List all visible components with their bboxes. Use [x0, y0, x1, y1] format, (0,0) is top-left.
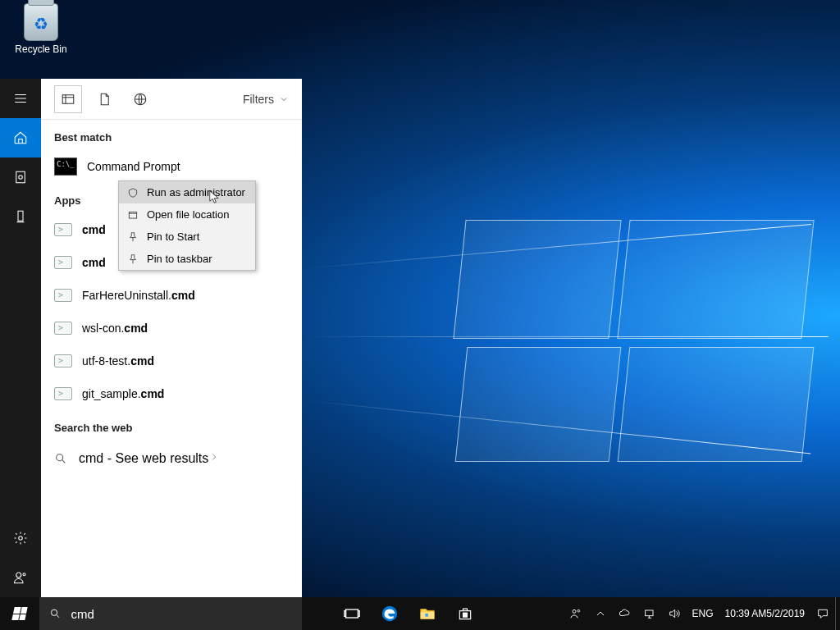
- svg-rect-20: [465, 615, 467, 617]
- result-app-farhere[interactable]: FarHereUninstall.cmd: [41, 279, 302, 312]
- rail-recent-button[interactable]: [0, 158, 41, 197]
- taskbar-search-box[interactable]: [39, 597, 302, 630]
- search-icon: [54, 452, 67, 465]
- tray-clock[interactable]: 10:39 AM 5/2/2019: [719, 597, 810, 630]
- rail-account-button[interactable]: [0, 558, 41, 597]
- cmd-file-icon: [54, 322, 72, 335]
- svg-point-10: [51, 609, 57, 615]
- scope-web-icon[interactable]: [126, 85, 154, 113]
- svg-rect-6: [62, 94, 74, 103]
- scope-documents-icon[interactable]: [90, 85, 118, 113]
- edge-button[interactable]: [371, 597, 409, 630]
- svg-rect-9: [129, 212, 136, 218]
- search-web-row[interactable]: cmd - See web results: [41, 441, 302, 477]
- svg-rect-0: [16, 171, 25, 183]
- svg-rect-13: [358, 611, 360, 617]
- filters-label: Filters: [243, 93, 274, 106]
- svg-point-22: [578, 609, 580, 612]
- svg-rect-2: [18, 211, 23, 221]
- desktop[interactable]: ♻ Recycle Bin: [0, 0, 840, 630]
- filters-dropdown[interactable]: Filters: [243, 93, 289, 106]
- search-icon: [49, 607, 62, 620]
- cmd-app-icon: [54, 158, 77, 176]
- tray-date: 5/2/2019: [766, 608, 805, 620]
- tray-volume-icon[interactable]: [662, 597, 687, 630]
- result-command-prompt[interactable]: Command Prompt: [41, 150, 302, 183]
- svg-rect-19: [463, 615, 465, 617]
- svg-point-3: [19, 536, 23, 541]
- wallpaper-pane: [455, 347, 622, 462]
- svg-point-8: [57, 454, 63, 461]
- svg-rect-11: [346, 609, 358, 618]
- scope-all-icon[interactable]: [54, 85, 82, 113]
- cmd-file-icon: [54, 223, 72, 236]
- rail-thispc-button[interactable]: [0, 197, 41, 236]
- result-title: Command Prompt: [87, 160, 180, 173]
- tray-action-center-icon[interactable]: [810, 597, 835, 630]
- result-app-utf8test[interactable]: utf-8-test.cmd: [41, 345, 302, 377]
- ctx-run-as-admin[interactable]: Run as administrator: [119, 181, 255, 203]
- recycle-bin-label: Recycle Bin: [11, 43, 71, 55]
- rail-settings-button[interactable]: [0, 518, 41, 558]
- chevron-right-icon: [208, 451, 220, 466]
- tray-time: 10:39 AM: [725, 608, 767, 620]
- svg-point-5: [23, 573, 25, 576]
- tray-people-icon[interactable]: [564, 597, 588, 630]
- taskbar: ENG 10:39 AM 5/2/2019: [0, 597, 840, 630]
- svg-rect-17: [463, 613, 465, 614]
- ctx-open-file-location[interactable]: Open file location: [119, 203, 255, 226]
- tray-onedrive-icon[interactable]: [613, 597, 637, 630]
- ctx-pin-to-start[interactable]: Pin to Start: [119, 226, 255, 248]
- show-desktop-button[interactable]: [835, 597, 840, 630]
- cmd-file-icon: [54, 289, 72, 302]
- svg-rect-12: [345, 611, 346, 617]
- result-app-gitsample[interactable]: git_sample.cmd: [41, 377, 302, 410]
- cmd-file-icon: [54, 256, 72, 269]
- file-explorer-button[interactable]: [409, 597, 446, 630]
- rail-menu-button[interactable]: [0, 79, 41, 118]
- wallpaper-pane: [618, 347, 815, 462]
- search-scope-header: Filters: [41, 79, 302, 120]
- svg-point-4: [16, 573, 21, 578]
- system-tray: ENG 10:39 AM 5/2/2019: [564, 597, 840, 630]
- ctx-pin-to-taskbar[interactable]: Pin to taskbar: [119, 248, 255, 270]
- taskbar-search-input[interactable]: [71, 607, 292, 621]
- wallpaper-pane: [453, 220, 621, 339]
- tray-language[interactable]: ENG: [687, 597, 719, 630]
- search-results-panel: Filters Best match Command Prompt Apps c…: [41, 79, 302, 597]
- tray-network-icon[interactable]: [637, 597, 662, 630]
- svg-rect-18: [465, 613, 467, 614]
- rail-home-button[interactable]: [0, 118, 41, 158]
- svg-point-1: [19, 176, 23, 180]
- recycle-bin-desktop-icon[interactable]: ♻ Recycle Bin: [11, 3, 71, 55]
- svg-rect-16: [425, 614, 428, 617]
- wallpaper-ray: [304, 336, 829, 337]
- svg-rect-23: [645, 610, 652, 616]
- mouse-cursor: [209, 190, 221, 208]
- context-menu: Run as administrator Open file location …: [118, 180, 256, 271]
- svg-point-21: [573, 609, 576, 613]
- start-left-rail: [0, 79, 41, 597]
- task-view-button[interactable]: [333, 597, 371, 630]
- start-button[interactable]: [0, 597, 39, 630]
- cmd-file-icon: [54, 387, 72, 400]
- tray-overflow-chevron[interactable]: [588, 597, 613, 630]
- microsoft-store-button[interactable]: [446, 597, 484, 630]
- section-best-match: Best match: [41, 120, 302, 150]
- result-app-wslcon[interactable]: wsl-con.cmd: [41, 312, 302, 345]
- windows-logo-icon: [11, 607, 27, 620]
- cmd-file-icon: [54, 354, 72, 368]
- section-search-web: Search the web: [41, 410, 302, 441]
- recycle-bin-icon: ♻: [24, 3, 58, 41]
